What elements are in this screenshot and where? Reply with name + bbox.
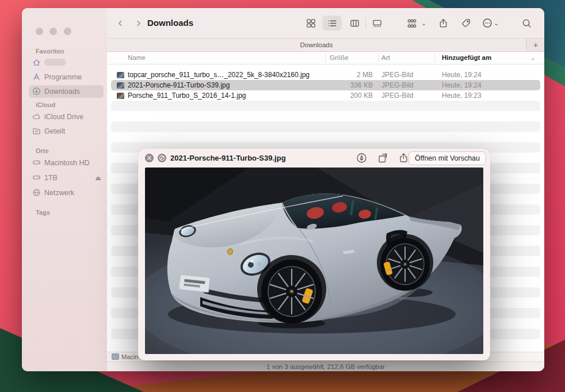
file-date-added: Heute, 19:24 [442, 80, 482, 90]
sidebar-item-label: 1TB [44, 174, 58, 182]
close-window-button[interactable] [36, 28, 43, 35]
sidebar-item-label: Downloads [44, 87, 80, 96]
file-row[interactable]: 2021-Porsche-911-Turbo-S39.jpg 336 KB JP… [107, 80, 544, 90]
search-icon [522, 18, 532, 28]
redacted-username [44, 59, 66, 66]
tag-icon [461, 18, 471, 28]
column-header-hinzugefuegt-am[interactable]: Hinzugefügt am [442, 52, 491, 64]
file-row[interactable]: topcar_porsche_911_turbo_s…_2022_5k_8-38… [107, 70, 544, 80]
file-date-added: Heute, 19:24 [442, 70, 482, 80]
forward-button[interactable]: › [132, 8, 145, 38]
harddisk-icon [112, 353, 119, 360]
downloads-icon [32, 87, 41, 96]
file-size: 200 KB [326, 90, 373, 101]
rear-wheel [377, 234, 433, 291]
file-kind: JPEG-Bild [381, 70, 413, 80]
home-icon [32, 58, 41, 67]
share-button[interactable] [436, 16, 451, 31]
applications-icon [32, 73, 41, 81]
group-by-button[interactable] [404, 16, 419, 31]
sidebar-item-downloads[interactable]: Downloads [29, 85, 104, 98]
open-with-preview-button[interactable]: Öffnen mit Vorschau [409, 151, 486, 165]
finder-sidebar: Favoriten Programme Downloads iCloud iCl… [22, 8, 108, 371]
icloud-icon [32, 112, 41, 121]
list-view-icon [327, 18, 337, 28]
sidebar-item-programme[interactable]: Programme [29, 71, 104, 83]
quicklook-zoom-disabled-button[interactable] [158, 154, 166, 162]
file-thumbnail-icon [117, 93, 124, 99]
sidebar-item-1tb[interactable]: 1TB ⏏ [29, 172, 104, 184]
search-button[interactable] [519, 16, 534, 31]
gallery-view-button[interactable] [369, 16, 384, 31]
chevron-down-icon[interactable]: ⌄ [530, 52, 535, 64]
zoom-window-button[interactable] [64, 28, 71, 35]
share-icon [398, 153, 409, 163]
sidebar-item-geteilt[interactable]: Geteilt [29, 125, 104, 138]
sidebar-section-tags: Tags [36, 208, 50, 216]
markup-pen-icon [356, 153, 367, 163]
file-row[interactable]: Porsche_911_Turbo_S_2016_14-1.jpg 200 KB… [107, 90, 544, 101]
finder-tab-bar: Downloads + [107, 38, 544, 52]
status-bar: 1 von 3 ausgewählt, 212,6 GB verfügbar [107, 361, 544, 371]
chevron-down-icon: ⌄ [421, 20, 426, 27]
back-button[interactable]: ‹ [114, 8, 127, 38]
column-header-name[interactable]: Name [128, 52, 146, 64]
sidebar-item-label: Netzwerk [44, 189, 74, 197]
tab-downloads[interactable]: Downloads [107, 39, 526, 51]
sidebar-item-icloud-drive[interactable]: iCloud Drive [29, 111, 104, 123]
license-plate [179, 275, 210, 292]
tag-button[interactable] [459, 16, 474, 31]
list-column-headers: Name Größe Art Hinzugefügt am ⌄ [107, 52, 544, 64]
column-header-groesse[interactable]: Größe [330, 52, 349, 64]
new-tab-button[interactable]: + [526, 39, 544, 51]
harddisk-icon [32, 158, 41, 167]
harddisk-icon [32, 173, 41, 182]
file-thumbnail-icon [117, 72, 124, 78]
chevron-down-icon: ⌄ [494, 20, 499, 27]
file-kind: JPEG-Bild [381, 90, 413, 101]
file-thumbnail-icon [117, 82, 124, 89]
sidebar-item-label: Macintosh HD [44, 159, 90, 167]
sidebar-item-label: Programme [44, 73, 82, 81]
more-actions-button[interactable] [480, 16, 495, 31]
sidebar-item-netzwerk[interactable]: Netzwerk [29, 187, 104, 199]
finder-toolbar: ‹ › Downloads [107, 8, 544, 38]
file-date-added: Heute, 19:23 [442, 90, 482, 101]
file-kind: JPEG-Bild [381, 80, 413, 90]
quicklook-share-button[interactable] [398, 153, 409, 163]
sidebar-item-label: iCloud Drive [44, 113, 83, 121]
icon-view-button[interactable] [303, 16, 318, 31]
quicklook-window: 2021-Porsche-911-Turbo-S39.jpg Öffnen mi… [138, 149, 490, 360]
sidebar-item-home[interactable] [29, 56, 104, 69]
slash-circle-icon [158, 154, 166, 162]
globe-icon [32, 188, 41, 197]
column-separator [325, 54, 326, 62]
column-separator [434, 54, 435, 62]
traffic-lights [36, 27, 75, 37]
close-icon [145, 154, 154, 162]
markup-button[interactable] [356, 153, 367, 163]
status-text: 1 von 3 ausgewählt, 212,6 GB verfügbar [266, 363, 385, 370]
file-size: 336 KB [326, 80, 373, 90]
minimize-window-button[interactable] [49, 28, 57, 35]
grid-view-icon [306, 18, 316, 28]
preview-image [145, 168, 483, 354]
column-view-button[interactable] [347, 16, 362, 31]
group-by-icon [407, 18, 417, 28]
window-title: Downloads [147, 8, 193, 38]
ellipsis-circle-icon [482, 18, 493, 28]
column-header-art[interactable]: Art [381, 52, 390, 64]
file-name: Porsche_911_Turbo_S_2016_14-1.jpg [128, 90, 246, 101]
share-icon [438, 18, 448, 28]
toolbar-separator [365, 17, 366, 29]
quicklook-close-button[interactable] [145, 154, 154, 162]
shared-folder-icon [32, 127, 41, 135]
rotate-button[interactable] [377, 153, 388, 163]
eject-icon[interactable]: ⏏ [96, 172, 101, 184]
path-item-macintosh-hd[interactable]: Macin [112, 352, 138, 361]
path-item-label: Macin [121, 353, 138, 360]
list-view-button[interactable] [322, 16, 342, 31]
file-name: topcar_porsche_911_turbo_s…_2022_5k_8-38… [128, 70, 310, 80]
sidebar-item-macintosh-hd[interactable]: Macintosh HD [29, 157, 104, 169]
sidebar-item-label: Geteilt [44, 127, 65, 135]
